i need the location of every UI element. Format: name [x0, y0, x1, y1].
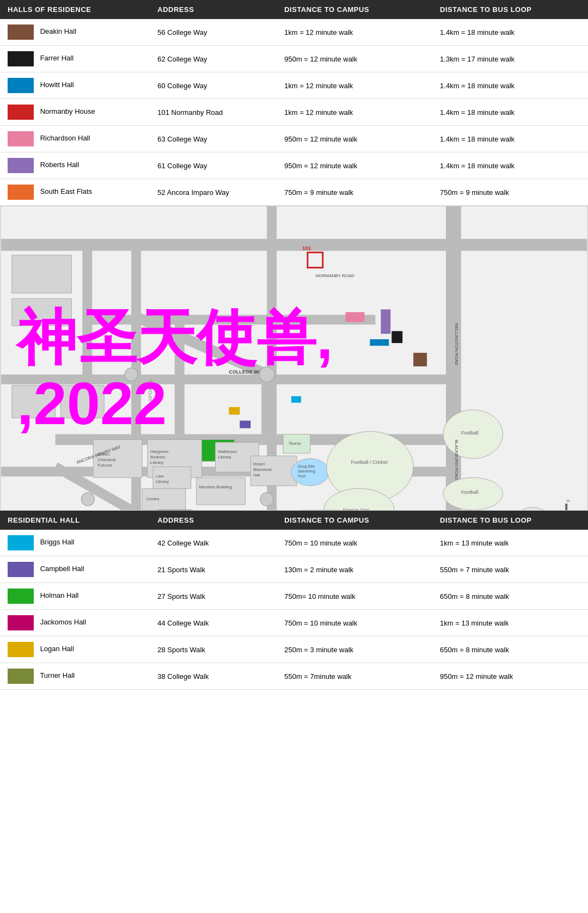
color-swatch-2 [8, 78, 34, 93]
bottom-header-1: RESIDENTIAL HALL [0, 511, 150, 530]
svg-rect-13 [82, 250, 92, 380]
address-3: 101 Normanby Road [150, 99, 277, 126]
bus-distance-0: 1.4km = 18 minute walk [432, 19, 588, 46]
address-4: 63 College Way [150, 126, 277, 152]
bottom-header-4: DISTANCE TO BUS LOOP [432, 511, 588, 530]
svg-text:Law: Law [156, 474, 164, 479]
campus-distance-4: 950m = 12 minute walk [277, 126, 432, 152]
svg-text:Hargrave-: Hargrave- [150, 449, 170, 454]
svg-text:m: m [566, 498, 570, 503]
res-color-swatch-5 [8, 669, 34, 684]
res-address-0: 42 College Walk [150, 530, 277, 556]
bottom-header-3: DISTANCE TO CAMPUS [277, 511, 432, 530]
campus-map: Green Chemical Futures Hargrave- Andrew … [0, 206, 588, 511]
svg-text:SPORTS: SPORTS [147, 379, 153, 402]
campus-distance-0: 1km = 12 minute walk [277, 19, 432, 46]
hall-name-2: Howitt Hall [40, 81, 74, 89]
svg-rect-16 [12, 385, 56, 418]
hall-name-6: South East Flats [40, 187, 92, 195]
address-0: 56 College Way [150, 19, 277, 46]
svg-text:Library: Library [156, 479, 169, 484]
hall-name-cell-2: Howitt Hall [0, 72, 150, 99]
res-hall-name-5: Turner Hall [40, 671, 75, 679]
svg-rect-11 [175, 315, 185, 439]
svg-rect-7 [1, 375, 446, 384]
svg-rect-76 [346, 312, 365, 322]
svg-rect-79 [413, 353, 427, 366]
campus-distance-3: 1km = 12 minute walk [277, 99, 432, 126]
svg-rect-78 [391, 331, 402, 343]
res-bus-distance-1: 550m = 7 minute walk [432, 556, 588, 583]
top-header-4: DISTANCE TO BUS LOOP [432, 0, 588, 19]
res-campus-distance-2: 750m= 10 minute walk [277, 583, 432, 610]
res-hall-name-4: Logan Hall [40, 645, 74, 653]
res-hall-name-1: Campbell Hall [40, 565, 84, 573]
color-swatch-6 [8, 185, 34, 200]
svg-text:Swimming: Swimming [298, 469, 315, 474]
svg-point-71 [81, 493, 94, 506]
hall-name-cell-6: South East Flats [0, 179, 150, 206]
svg-rect-30 [197, 477, 246, 505]
svg-rect-12 [82, 315, 375, 324]
res-color-swatch-0 [8, 535, 34, 550]
top-header-2: ADDRESS [150, 0, 277, 19]
res-bus-distance-0: 1km = 13 minute walk [432, 530, 588, 556]
top-header-1: HALLS OF RESIDENCE [0, 0, 150, 19]
table-row: South East Flats 52 Ancora Imparo Way 75… [0, 179, 588, 206]
hall-name-3: Normanby House [40, 107, 95, 115]
hall-name-cell-3: Normanby House [0, 99, 150, 126]
res-hall-name-cell-2: Holman Hall [0, 583, 150, 610]
svg-text:Doug Ellis: Doug Ellis [298, 464, 315, 469]
campus-distance-6: 750m = 9 minute walk [277, 179, 432, 206]
bus-distance-1: 1.3km = 17 minute walk [432, 46, 588, 72]
svg-rect-77 [370, 339, 389, 346]
table-row: Jackomos Hall 44 College Walk 750m = 10 … [0, 610, 588, 636]
svg-point-72 [260, 493, 273, 506]
res-address-5: 38 College Walk [150, 663, 277, 690]
svg-rect-1 [1, 239, 587, 251]
res-campus-distance-4: 250m = 3 minute walk [277, 636, 432, 663]
campus-distance-1: 950m = 12 minute walk [277, 46, 432, 72]
res-address-3: 44 College Walk [150, 610, 277, 636]
hall-name-4: Richardson Hall [40, 134, 90, 142]
address-1: 62 College Way [150, 46, 277, 72]
campus-distance-5: 950m = 12 minute walk [277, 152, 432, 179]
res-color-swatch-1 [8, 562, 34, 577]
table-row: Logan Hall 28 Sports Walk 250m = 3 minut… [0, 636, 588, 663]
svg-rect-17 [61, 385, 105, 418]
hall-name-cell-4: Richardson Hall [0, 126, 150, 152]
svg-text:Library: Library [218, 455, 231, 459]
halls-of-residence-table: HALLS OF RESIDENCE ADDRESS DISTANCE TO C… [0, 0, 588, 206]
res-address-1: 21 Sports Walk [150, 556, 277, 583]
table-row: Campbell Hall 21 Sports Walk 130m = 2 mi… [0, 556, 588, 583]
res-hall-name-0: Briggs Hall [40, 538, 75, 546]
svg-text:Matheson: Matheson [218, 449, 237, 454]
svg-text:Andrew: Andrew [150, 455, 165, 459]
residential-hall-table: RESIDENTIAL HALL ADDRESS DISTANCE TO CAM… [0, 511, 588, 690]
svg-text:Football: Football [461, 489, 479, 495]
top-header-3: DISTANCE TO CAMPUS [277, 0, 432, 19]
svg-rect-75 [381, 309, 390, 334]
bottom-header-2: ADDRESS [150, 511, 277, 530]
res-address-4: 28 Sports Walk [150, 636, 277, 663]
svg-rect-15 [12, 298, 72, 326]
address-6: 52 Ancora Imparo Way [150, 179, 277, 206]
svg-text:Robert: Robert [253, 462, 265, 466]
res-hall-name-cell-4: Logan Hall [0, 636, 150, 663]
bus-distance-2: 1.4km = 18 minute walk [432, 72, 588, 99]
svg-text:Chemical: Chemical [97, 457, 115, 462]
svg-text:Centre: Centre [146, 497, 160, 501]
svg-text:101: 101 [302, 245, 311, 251]
svg-point-70 [125, 368, 138, 381]
res-campus-distance-0: 750m = 10 minute walk [277, 530, 432, 556]
res-color-swatch-2 [8, 589, 34, 604]
svg-rect-81 [240, 421, 250, 428]
svg-point-69 [259, 367, 274, 382]
svg-text:Menzies Building: Menzies Building [199, 485, 232, 489]
hall-name-5: Roberts Hall [40, 161, 79, 169]
bus-distance-5: 1.4km = 18 minute walk [432, 152, 588, 179]
table-row: Roberts Hall 61 College Way 950m = 12 mi… [0, 152, 588, 179]
address-2: 60 College Way [150, 72, 277, 99]
svg-text:Hall: Hall [253, 473, 260, 477]
res-bus-distance-3: 1km = 13 minute walk [432, 610, 588, 636]
